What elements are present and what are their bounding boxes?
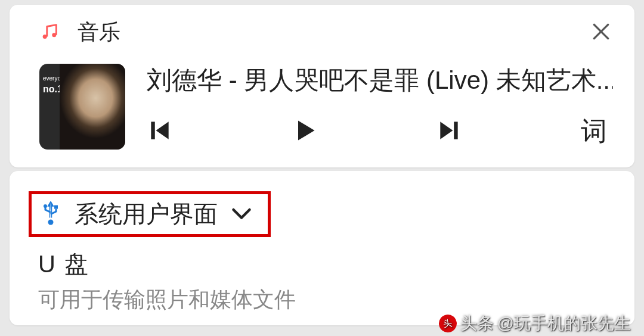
svg-rect-8: [54, 205, 58, 209]
card-body: everyone is no.1 刘德华 - 男人哭吧不是罪 (Live) 未知…: [10, 53, 634, 167]
app-label: 音乐: [78, 18, 120, 47]
track-title: 刘德华 - 男人哭吧不是罪 (Live) 未知艺术...: [147, 64, 613, 97]
watermark-text: @玩手机的张先生: [497, 312, 631, 335]
next-track-button[interactable]: [436, 117, 462, 146]
udisk-subtitle: 可用于传输照片和媒体文件: [38, 285, 634, 315]
music-icon: [39, 21, 60, 44]
usb-icon: [40, 200, 61, 229]
close-icon[interactable]: [589, 20, 613, 46]
svg-rect-5: [454, 122, 458, 139]
system-notification-card: 系统用户界面 U 盘 可用于传输照片和媒体文件: [10, 171, 634, 325]
svg-point-1: [52, 33, 56, 37]
system-ui-row[interactable]: 系统用户界面: [29, 191, 271, 237]
chevron-down-icon: [231, 206, 252, 223]
header-left: 音乐: [39, 18, 120, 47]
lyrics-button[interactable]: 词: [581, 114, 607, 149]
track-area: 刘德华 - 男人哭吧不是罪 (Live) 未知艺术...: [147, 64, 613, 149]
system-ui-label: 系统用户界面: [75, 198, 218, 231]
svg-point-7: [44, 204, 47, 208]
player-controls: 词: [147, 114, 613, 149]
watermark: 头 头条 @玩手机的张先生: [439, 312, 631, 335]
watermark-logo-icon: 头: [438, 313, 458, 334]
svg-point-0: [43, 34, 47, 38]
watermark-brand: 头条: [460, 312, 494, 335]
previous-track-button[interactable]: [147, 117, 173, 146]
music-notification-card: 音乐 everyone is no.1 刘德华 - 男人哭吧不是罪 (Live)…: [10, 5, 634, 167]
play-button[interactable]: [292, 117, 318, 146]
udisk-section[interactable]: U 盘 可用于传输照片和媒体文件: [10, 248, 634, 315]
peek-row: [10, 171, 634, 185]
udisk-title: U 盘: [38, 248, 634, 281]
album-art[interactable]: everyone is no.1: [39, 64, 125, 150]
card-header: 音乐: [10, 5, 634, 53]
svg-rect-4: [151, 122, 154, 139]
svg-point-6: [48, 219, 54, 225]
